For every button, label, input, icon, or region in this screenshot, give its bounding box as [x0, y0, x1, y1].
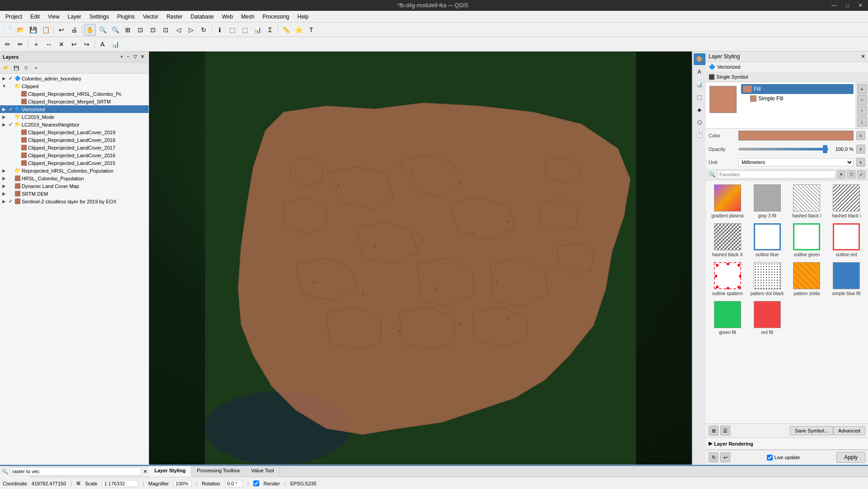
deselect-button[interactable]: ⬚: [239, 24, 251, 36]
fill-tree-item[interactable]: Fill: [741, 84, 854, 94]
favorites-search-input[interactable]: [717, 170, 835, 179]
live-update-checkbox[interactable]: [767, 455, 773, 461]
menu-raster[interactable]: Raster: [163, 13, 186, 21]
layers-toolbar[interactable]: + − ▽ ✕: [119, 53, 146, 60]
menu-help[interactable]: Help: [294, 13, 313, 21]
select-button[interactable]: ⬚: [226, 24, 238, 36]
unit-select[interactable]: Millimeters Pixels: [738, 158, 854, 166]
close-styling-button[interactable]: ✕: [861, 53, 865, 60]
zoom-native-button[interactable]: ⊡: [160, 24, 172, 36]
3d-icon[interactable]: ◈: [694, 104, 705, 116]
rendering-icon[interactable]: ⬡: [694, 117, 705, 128]
print-button[interactable]: 🖨: [68, 24, 80, 36]
swatch-item[interactable]: simple blue fill: [827, 261, 865, 298]
menu-settings[interactable]: Settings: [86, 13, 112, 21]
layer-item[interactable]: 🟫Clipped_Reprojected_LandCover_2019: [0, 128, 149, 136]
swatch-item[interactable]: outline blue: [748, 222, 786, 259]
add-symbol-button[interactable]: +: [857, 84, 867, 94]
opacity-slider-handle[interactable]: [823, 145, 827, 153]
layer-rendering-header[interactable]: ▶ Layer Rendering: [709, 441, 865, 447]
layer-item[interactable]: 🟫Clipped_Reprojected_HRSL_Colombo_Pc: [0, 90, 149, 98]
swatch-item[interactable]: hashed black \: [827, 183, 865, 220]
layer-item[interactable]: 🟫Clipped_Reprojected_LandCover_2017: [0, 144, 149, 151]
layer-item[interactable]: ▶🟫SRTM DEM: [0, 190, 149, 197]
layer-visibility-check[interactable]: ✓: [7, 122, 14, 127]
layer-expand-icon[interactable]: ▶: [2, 76, 6, 81]
revert-button[interactable]: ↩: [56, 24, 67, 36]
clear-favorites-button[interactable]: ✕: [837, 170, 845, 179]
undo-style-button[interactable]: ↩: [720, 452, 730, 462]
layers-close-button[interactable]: ✕: [139, 53, 146, 60]
layer-item[interactable]: ▶✓🟫Sentinel-2 cloudless layer for 2019 b…: [0, 197, 149, 205]
layer-item[interactable]: ▶🟫HRSL_Colombo_Population: [0, 174, 149, 182]
swatch-item[interactable]: outline red: [827, 222, 865, 259]
mask-icon[interactable]: ⬚: [694, 91, 705, 103]
simple-fill-tree-item[interactable]: Simple Fill: [741, 94, 854, 103]
menu-mesh[interactable]: Mesh: [238, 13, 258, 21]
swatch-item[interactable]: hashed black /: [788, 183, 826, 220]
edit-mode-button[interactable]: ✏: [2, 38, 14, 50]
diagram-button[interactable]: 📊: [109, 38, 121, 50]
swatch-item[interactable]: outline green: [788, 222, 826, 259]
undo-button[interactable]: ↩: [68, 38, 80, 50]
swatch-item[interactable]: red fill: [748, 300, 786, 337]
layer-item[interactable]: ▶✓📁LC2019_NearestNeighbor: [0, 121, 149, 128]
menu-vector[interactable]: Vector: [140, 13, 162, 21]
layer-item[interactable]: ▶🟫Dynamic Land Cover Map: [0, 182, 149, 190]
maximize-button[interactable]: □: [842, 1, 853, 9]
favorites-settings-button[interactable]: ▽: [847, 170, 855, 179]
pan-prev-button[interactable]: ◁: [173, 24, 184, 36]
apply-button[interactable]: Apply: [836, 452, 865, 463]
move-up-symbol-button[interactable]: ↑: [857, 106, 867, 116]
menu-project[interactable]: Project: [2, 13, 26, 21]
clear-layers-search-button[interactable]: ✕: [143, 469, 147, 475]
swatch-item[interactable]: pattern zelda: [788, 261, 826, 298]
swatch-item[interactable]: gray 3 fill: [748, 183, 786, 220]
style-icon[interactable]: 🎨: [694, 53, 705, 65]
layer-item[interactable]: ▼📁Clipped: [0, 82, 149, 90]
save-layer-button[interactable]: 💾: [12, 63, 21, 72]
spatial-bookmarks-button[interactable]: ⭐: [293, 24, 304, 36]
menu-processing[interactable]: Processing: [259, 13, 293, 21]
add-layer-button[interactable]: +: [119, 53, 124, 60]
annotation-button[interactable]: T: [305, 24, 317, 36]
menu-layer[interactable]: Layer: [64, 13, 85, 21]
temporal-icon[interactable]: 🕐: [694, 129, 705, 141]
layer-visibility-check[interactable]: ✓: [7, 75, 14, 81]
grid-view-button[interactable]: ⊞: [709, 426, 719, 436]
attribute-table-button[interactable]: 📊: [252, 24, 263, 36]
layer-expand-icon[interactable]: ▶: [2, 191, 6, 196]
remove-layer-button[interactable]: −: [126, 53, 131, 60]
menu-edit[interactable]: Edit: [27, 13, 43, 21]
layer-expand-icon[interactable]: ▶: [2, 114, 6, 119]
minimize-button[interactable]: —: [828, 1, 840, 9]
pan-next-button[interactable]: ▷: [185, 24, 197, 36]
layer-visibility-check[interactable]: ✓: [7, 198, 14, 204]
refresh-style-button[interactable]: ↻: [709, 452, 719, 462]
save-as-button[interactable]: 📋: [40, 24, 51, 36]
menu-web[interactable]: Web: [218, 13, 236, 21]
diagram-icon[interactable]: 📊: [694, 79, 705, 90]
swatch-item[interactable]: green fill: [709, 300, 747, 337]
zoom-in-button[interactable]: 🔍: [97, 24, 108, 36]
swatch-item[interactable]: gradient plasma: [709, 183, 747, 220]
open-project-button[interactable]: 📂: [14, 24, 26, 36]
layer-item[interactable]: 🟫Clipped_Reprojected_LandCover_2015: [0, 159, 149, 167]
label-tool-button[interactable]: A: [97, 38, 108, 50]
remove-symbol-button[interactable]: −: [857, 95, 867, 105]
layer-expand-icon[interactable]: ▶: [2, 183, 6, 188]
layer-expand-icon[interactable]: ▶: [2, 176, 6, 181]
window-controls[interactable]: — □ ✕: [828, 1, 866, 9]
layers-filter-button[interactable]: ▽: [132, 53, 138, 60]
identify-button[interactable]: ℹ: [214, 24, 225, 36]
stats-button[interactable]: Σ: [264, 24, 276, 36]
pan-button[interactable]: ✋: [84, 24, 96, 36]
zoom-out-button[interactable]: 🔍: [109, 24, 121, 36]
swatch-item[interactable]: outline xpattern: [709, 261, 747, 298]
layer-item[interactable]: 🟫Clipped_Reprojected_LandCover_2018: [0, 136, 149, 144]
close-button[interactable]: ✕: [854, 1, 866, 9]
tab-layer-styling[interactable]: Layer Styling: [149, 466, 191, 477]
layer-item[interactable]: ▶✓🔷Colombo_admin_boundary: [0, 75, 149, 82]
list-view-button[interactable]: ☰: [720, 426, 730, 436]
redo-button[interactable]: ↪: [81, 38, 93, 50]
